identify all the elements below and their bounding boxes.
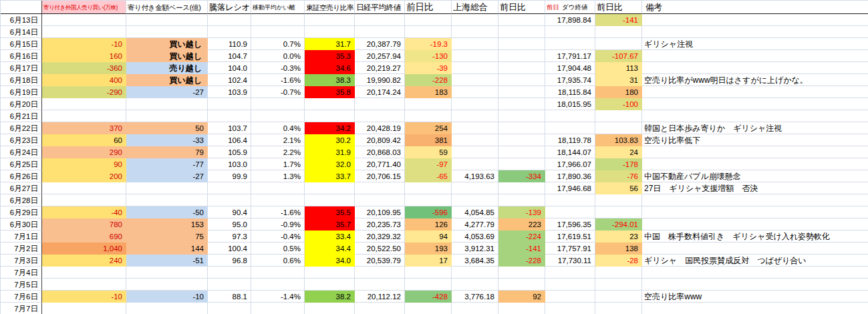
cell-ratio[interactable]: 103.7 — [208, 122, 251, 134]
cell-nikkei_chg[interactable] — [405, 279, 452, 291]
cell-foreign[interactable] — [42, 303, 126, 314]
cell-shanghai_chg[interactable] — [498, 50, 545, 62]
cell-shanghai[interactable] — [452, 267, 498, 279]
cell-short[interactable]: 35.3 — [305, 50, 355, 62]
cell-short[interactable] — [305, 279, 355, 291]
cell-remark[interactable]: 中国 株手数料値引き ギリシャ受け入れ姿勢軟化 — [642, 230, 868, 243]
cell-nikkei[interactable]: 20,387.79 — [355, 38, 405, 50]
cell-shanghai_chg[interactable] — [498, 182, 545, 194]
date-cell[interactable]: 6月13日 — [1, 14, 42, 26]
date-cell[interactable]: 7月3日 — [1, 255, 42, 267]
cell-ratio[interactable]: 110.9 — [208, 38, 251, 50]
cell-remark[interactable]: ギリシャ注視 — [642, 38, 868, 50]
cell-dow_chg[interactable] — [595, 291, 642, 303]
cell-amount[interactable]: -50 — [126, 206, 208, 218]
cell-remark[interactable]: 韓国と日本歩み寄りか ギリシャ注視 — [642, 122, 868, 134]
cell-ratio[interactable]: 105.9 — [208, 146, 251, 158]
cell-foreign[interactable]: -10 — [42, 291, 126, 303]
cell-shanghai_chg[interactable] — [498, 74, 545, 86]
date-cell[interactable]: 6月21日 — [1, 110, 42, 122]
cell-shanghai_chg[interactable] — [498, 110, 545, 122]
cell-nikkei_chg[interactable] — [405, 182, 452, 194]
column-header-remark[interactable]: 備考 — [642, 1, 868, 14]
cell-foreign[interactable]: -40 — [42, 206, 126, 218]
cell-foreign[interactable] — [42, 14, 126, 26]
cell-short[interactable]: 30.2 — [305, 134, 355, 146]
cell-ma[interactable] — [251, 267, 305, 279]
date-cell[interactable]: 6月23日 — [1, 134, 42, 146]
cell-ma[interactable] — [251, 26, 305, 38]
cell-foreign[interactable]: 370 — [42, 122, 126, 134]
cell-dow[interactable] — [545, 279, 595, 291]
cell-nikkei_chg[interactable]: 94 — [405, 230, 452, 243]
cell-nikkei[interactable] — [355, 26, 405, 38]
cell-nikkei_chg[interactable]: -428 — [405, 291, 452, 303]
cell-foreign[interactable]: 290 — [42, 146, 126, 158]
cell-remark[interactable] — [642, 26, 868, 38]
cell-remark[interactable] — [642, 146, 868, 158]
cell-nikkei[interactable] — [355, 267, 405, 279]
cell-amount[interactable] — [126, 303, 208, 314]
cell-dow[interactable]: 17,791.17 — [545, 50, 595, 62]
cell-nikkei[interactable] — [355, 194, 405, 206]
cell-amount[interactable]: -27 — [126, 170, 208, 182]
cell-ma[interactable]: 0.0% — [251, 50, 305, 62]
cell-dow[interactable] — [545, 194, 595, 206]
cell-remark[interactable] — [642, 243, 868, 255]
cell-shanghai_chg[interactable]: 223 — [498, 218, 545, 230]
cell-short[interactable] — [305, 182, 355, 194]
date-cell[interactable]: 6月22日 — [1, 122, 42, 134]
cell-ratio[interactable]: 97.3 — [208, 230, 251, 243]
cell-shanghai_chg[interactable] — [498, 14, 545, 26]
cell-foreign[interactable] — [42, 98, 126, 110]
cell-nikkei_chg[interactable] — [405, 194, 452, 206]
cell-dow[interactable] — [545, 267, 595, 279]
date-cell[interactable]: 6月17日 — [1, 62, 42, 74]
cell-amount[interactable]: -10 — [126, 291, 208, 303]
cell-ratio[interactable] — [208, 14, 251, 26]
cell-dow_chg[interactable]: -294.01 — [595, 218, 642, 230]
cell-short[interactable]: 34.0 — [305, 255, 355, 267]
cell-shanghai[interactable] — [452, 50, 498, 62]
cell-amount[interactable] — [126, 182, 208, 194]
date-cell[interactable]: 7月6日 — [1, 291, 42, 303]
date-cell[interactable]: 6月28日 — [1, 194, 42, 206]
cell-ma[interactable]: 2.2% — [251, 146, 305, 158]
cell-shanghai[interactable] — [452, 279, 498, 291]
cell-amount[interactable]: 買い越し — [126, 50, 208, 62]
cell-ratio[interactable] — [208, 303, 251, 314]
cell-short[interactable]: 31.7 — [305, 38, 355, 50]
cell-short[interactable]: 34.6 — [305, 62, 355, 74]
cell-remark[interactable] — [642, 303, 868, 314]
cell-dow[interactable]: 17,904.48 — [545, 62, 595, 74]
cell-shanghai[interactable] — [452, 158, 498, 170]
date-cell[interactable]: 7月4日 — [1, 267, 42, 279]
cell-dow_chg[interactable]: 23 — [595, 230, 642, 243]
cell-remark[interactable]: 中国不動産バブル崩壊懸念 — [642, 170, 868, 182]
cell-nikkei_chg[interactable]: -97 — [405, 158, 452, 170]
cell-shanghai[interactable]: 4,277.79 — [452, 218, 498, 230]
cell-remark[interactable]: 空売り比率www — [642, 291, 868, 303]
cell-ma[interactable]: 0.4% — [251, 122, 305, 134]
column-header-short[interactable]: 東証空売り比率 — [305, 1, 355, 14]
cell-dow[interactable]: 17,596.35 — [545, 218, 595, 230]
cell-ratio[interactable]: 102.4 — [208, 74, 251, 86]
cell-amount[interactable]: 売り越し — [126, 62, 208, 74]
cell-foreign[interactable] — [42, 279, 126, 291]
cell-foreign[interactable]: 200 — [42, 170, 126, 182]
cell-shanghai_chg[interactable]: 92 — [498, 291, 545, 303]
cell-foreign[interactable]: 240 — [42, 255, 126, 267]
cell-ratio[interactable]: 90.4 — [208, 206, 251, 218]
cell-dow_chg[interactable]: 24 — [595, 146, 642, 158]
cell-amount[interactable]: 79 — [126, 146, 208, 158]
cell-amount[interactable]: 144 — [126, 243, 208, 255]
cell-amount[interactable] — [126, 194, 208, 206]
cell-short[interactable] — [305, 14, 355, 26]
date-cell[interactable]: 6月25日 — [1, 158, 42, 170]
cell-shanghai[interactable]: 3,776.18 — [452, 291, 498, 303]
cell-dow[interactable] — [545, 110, 595, 122]
cell-shanghai_chg[interactable] — [498, 158, 545, 170]
cell-amount[interactable] — [126, 279, 208, 291]
cell-foreign[interactable]: 780 — [42, 218, 126, 230]
cell-dow[interactable] — [545, 206, 595, 218]
